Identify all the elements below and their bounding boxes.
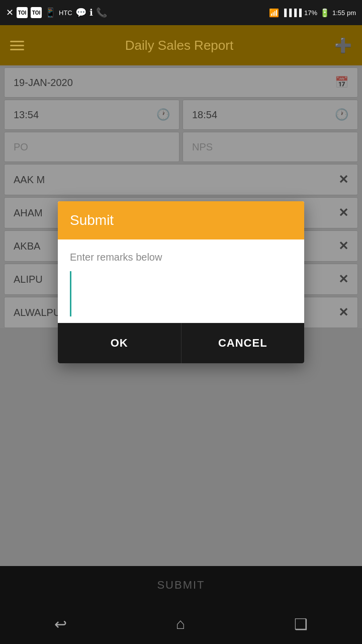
status-icons-right: 📶 ▐▐▐▐ 17% 🔋 1:55 pm: [269, 8, 356, 18]
close-icon: ✕: [6, 7, 14, 18]
cancel-button[interactable]: CANCEL: [182, 323, 305, 363]
toi-icon1: TOI: [17, 7, 28, 18]
battery-icon: 🔋: [320, 8, 330, 18]
time-display: 1:55 pm: [332, 9, 356, 17]
message-icon: 💬: [75, 7, 86, 18]
dialog-hint: Enter remarks below: [70, 252, 292, 263]
htc-label: HTC: [59, 9, 72, 17]
hamburger-menu[interactable]: [10, 41, 24, 50]
status-bar: ✕ TOI TOI 📱 HTC 💬 ℹ 📞 📶 ▐▐▐▐ 17% 🔋 1:55 …: [0, 0, 362, 25]
status-icons-left: ✕ TOI TOI 📱 HTC 💬 ℹ 📞: [6, 7, 107, 18]
dialog-title: Submit: [70, 212, 114, 228]
battery-percent: 17%: [304, 9, 317, 17]
dialog-body: Enter remarks below: [58, 239, 304, 323]
toi-icon2: TOI: [31, 7, 42, 18]
dialog-header: Submit: [58, 201, 304, 239]
page-title: Daily Sales Report: [125, 38, 233, 53]
ok-button[interactable]: OK: [58, 323, 182, 363]
submit-dialog: Submit Enter remarks below OK CANCEL: [58, 201, 304, 363]
dialog-footer: OK CANCEL: [58, 323, 304, 363]
add-button[interactable]: ➕: [334, 37, 352, 54]
wifi-icon: 📶: [269, 8, 279, 18]
hamburger-line-3: [10, 49, 24, 50]
hamburger-line-2: [10, 45, 24, 46]
hamburger-line-1: [10, 41, 24, 42]
info-icon: ℹ: [89, 7, 93, 18]
call-icon: 📞: [96, 7, 107, 18]
app-header: Daily Sales Report ➕: [0, 25, 362, 65]
phone-icon: 📱: [45, 7, 56, 18]
signal-icon: ▐▐▐▐: [282, 9, 302, 17]
remarks-input[interactable]: [70, 271, 292, 316]
